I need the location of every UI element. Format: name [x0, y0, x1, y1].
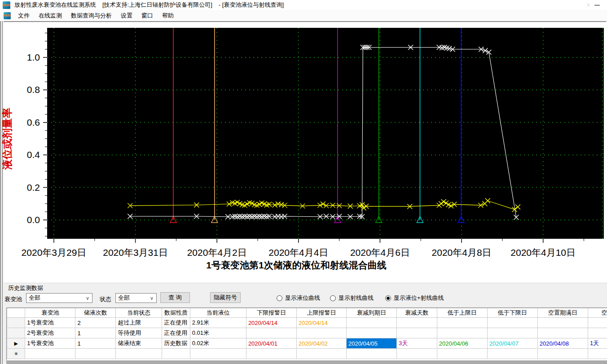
grid-bottom-strip [6, 360, 607, 364]
table-cell[interactable] [537, 349, 588, 359]
window-title-app: 放射性废水衰变池在线监测系统 [14, 1, 96, 9]
table-cell[interactable] [487, 318, 537, 328]
menu-item-2[interactable]: 在线监测 [34, 10, 66, 21]
table-cell[interactable]: 1号衰变池 [25, 338, 75, 349]
table-cell[interactable]: 超过上限 [116, 318, 162, 328]
curve-mode-radio-2[interactable]: 显示射线曲线 [330, 294, 374, 302]
menu-item-4[interactable]: 设置 [116, 10, 137, 21]
table-cell[interactable] [437, 328, 487, 338]
table-cell[interactable]: 正在使用 [162, 318, 190, 328]
table-cell[interactable] [437, 318, 487, 328]
table-cell[interactable]: 1天 [588, 338, 607, 349]
table-cell[interactable] [588, 318, 607, 328]
radio-label: 显示液位+射线曲线 [394, 294, 444, 302]
menu-item-5[interactable]: 窗口 [137, 10, 158, 21]
menu-item-1[interactable]: 文件 [13, 10, 34, 21]
row-header[interactable] [7, 328, 25, 338]
table-cell[interactable]: 2020/04/14 [296, 318, 346, 328]
table-cell[interactable] [437, 349, 487, 359]
table-cell[interactable]: 2.91米 [190, 318, 246, 328]
table-cell[interactable] [296, 349, 346, 359]
chevron-down-icon: ∨ [150, 295, 154, 301]
table-cell[interactable] [346, 328, 396, 338]
table-cell[interactable] [296, 328, 346, 338]
table-cell[interactable] [537, 328, 588, 338]
column-header-4[interactable]: 数据性质 [162, 308, 190, 318]
table-cell[interactable]: 1 [75, 328, 116, 338]
table-cell[interactable] [396, 318, 437, 328]
minimize-icon[interactable]: — [594, 2, 600, 8]
new-row-indicator[interactable]: ✳ [7, 349, 25, 359]
table-cell[interactable]: 历史数据 [162, 338, 190, 349]
table-cell[interactable]: 等待使用 [116, 328, 162, 338]
table-cell[interactable]: 1号衰变池 [25, 318, 75, 328]
column-header-12[interactable]: 空置期满日 [537, 308, 588, 318]
table-cell[interactable] [588, 349, 607, 359]
table-cell[interactable]: 2020/04/14 [246, 318, 296, 328]
table-row-4: ✳ [7, 349, 607, 359]
close-icon[interactable]: ✕ [586, 2, 590, 8]
column-header-1[interactable]: 衰变池 [25, 308, 75, 318]
table-cell[interactable]: 2020/04/08 [537, 338, 588, 349]
curve-mode-radio-1[interactable]: 显示液位曲线 [277, 294, 320, 302]
table-cell[interactable]: 2020/04/01 [246, 338, 296, 349]
table-cell[interactable]: 3天 [396, 338, 437, 349]
menu-item-6[interactable]: 帮助 [158, 10, 178, 21]
svg-text:2020年4月2日: 2020年4月2日 [187, 247, 247, 258]
pool-filter-select[interactable]: 全部 ∨ [26, 293, 92, 303]
table-cell[interactable] [162, 349, 190, 359]
query-button[interactable]: 查 询 [160, 292, 190, 303]
table-cell[interactable]: 1 [75, 338, 116, 349]
current-row-indicator[interactable]: ▶ [7, 338, 25, 349]
status-filter-value: 全部 [118, 294, 130, 302]
table-cell[interactable] [246, 328, 296, 338]
hide-symbols-button[interactable]: 隐藏符号 [210, 292, 241, 303]
column-header-11[interactable]: 低于下限日 [487, 308, 537, 318]
status-filter-label: 状态 [100, 295, 111, 303]
column-header-7[interactable]: 上限报警日 [296, 308, 346, 318]
column-header-10[interactable]: 低于上限日 [437, 308, 487, 318]
table-cell[interactable] [116, 349, 162, 359]
table-cell[interactable] [396, 328, 437, 338]
chart-title: 1号衰变池第1次储液的液位和射线混合曲线 [206, 260, 386, 270]
table-cell[interactable] [487, 349, 537, 359]
column-header-13[interactable]: 空置天数 [588, 308, 607, 318]
table-cell[interactable] [346, 318, 396, 328]
mdi-child-icon[interactable]: RNRi [4, 12, 11, 19]
column-header-9[interactable]: 衰减天数 [396, 308, 437, 318]
table-cell[interactable]: 2020/04/02 [296, 338, 346, 349]
table-cell[interactable] [246, 349, 296, 359]
app-logo-icon: RNRi [3, 1, 10, 9]
column-header-5[interactable]: 当前液位 [190, 308, 246, 318]
table-cell[interactable]: 2020/04/07 [487, 338, 537, 349]
column-header-6[interactable]: 下限报警日 [246, 308, 296, 318]
menu-item-3[interactable]: 数据查询与分析 [66, 10, 116, 21]
table-cell[interactable]: 0.01米 [190, 328, 246, 338]
table-cell[interactable] [25, 349, 75, 359]
selected-cell[interactable]: 2020/04/05 [346, 338, 396, 349]
status-filter-select[interactable]: 全部 ∨ [115, 293, 157, 303]
table-cell[interactable]: 0.02米 [190, 338, 246, 349]
table-cell[interactable] [487, 328, 537, 338]
table-cell[interactable]: 2020/04/06 [437, 338, 487, 349]
header-row: 衰变池储液次数当前状态数据性质当前液位下限报警日上限报警日衰减到期日衰减天数低于… [7, 308, 607, 318]
table-cell[interactable] [190, 349, 246, 359]
select-all-header[interactable] [7, 308, 25, 318]
row-header[interactable] [7, 318, 25, 328]
curve-mode-radio-3[interactable]: 显示液位+射线曲线 [385, 294, 444, 302]
svg-text:0.8: 0.8 [27, 84, 40, 95]
column-header-8[interactable]: 衰减到期日 [346, 308, 396, 318]
column-header-3[interactable]: 当前状态 [116, 308, 162, 318]
history-panel: 历史监测数据 衰变池 全部 ∨ 状态 全部 ∨ 查 询 隐藏符号 显示液位曲线显… [4, 283, 607, 364]
table-cell[interactable] [396, 349, 437, 359]
table-cell[interactable] [588, 328, 607, 338]
table-cell[interactable] [75, 349, 116, 359]
table-cell[interactable]: 正在使用 [162, 328, 190, 338]
table-cell[interactable] [346, 349, 396, 359]
column-header-2[interactable]: 储液次数 [75, 308, 116, 318]
table-cell[interactable]: 2 [75, 318, 116, 328]
table-cell[interactable] [537, 318, 588, 328]
table-cell[interactable]: 2号衰变池 [25, 328, 75, 338]
table-row-2: 2号衰变池1等待使用正在使用0.01米 [7, 328, 607, 338]
table-cell[interactable]: 储液结束 [116, 338, 162, 349]
